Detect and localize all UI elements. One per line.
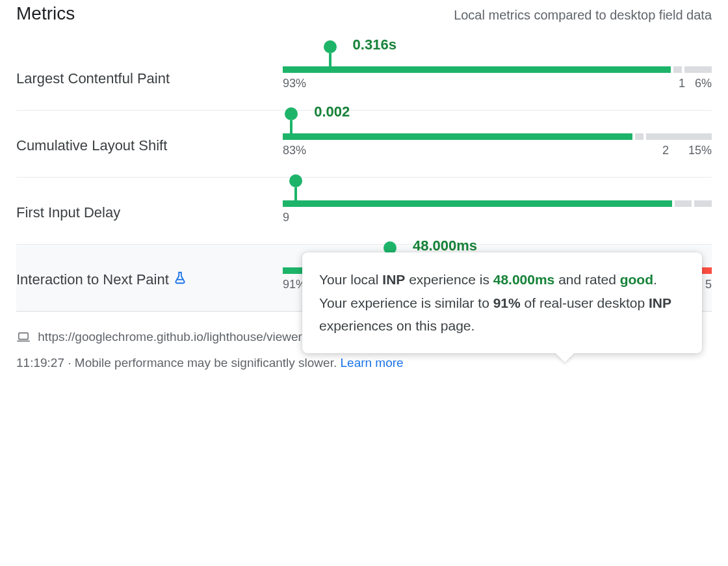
- laptop-icon: [16, 326, 31, 351]
- metric-row-lcp[interactable]: Largest Contentful Paint 0.316s 93% 1 6%: [16, 44, 712, 111]
- marker-dot-icon: [285, 107, 298, 120]
- metric-name-lcp: Largest Contentful Paint: [16, 70, 283, 87]
- marker-dot-icon: [289, 174, 302, 187]
- footer-url: https://googlechrome.github.io/lighthous…: [38, 330, 306, 344]
- seg-label-bad: 15%: [688, 144, 712, 157]
- marker-stem-icon: [294, 187, 297, 200]
- footer-sep: ·: [64, 356, 75, 370]
- bar-seg-mid: [635, 133, 644, 140]
- page-title: Metrics: [16, 3, 75, 24]
- bar-seg-mid: [673, 66, 682, 73]
- marker-stem-icon: [290, 120, 292, 133]
- learn-more-link[interactable]: Learn more: [341, 356, 404, 370]
- bar-seg-good: [283, 133, 632, 140]
- seg-label-good: 93%: [283, 77, 306, 90]
- seg-label-mid: 1: [679, 77, 685, 90]
- footer-warning: Mobile performance may be significantly …: [75, 356, 341, 370]
- flask-icon: [173, 271, 187, 289]
- metric-name-fid: First Input Delay: [16, 204, 283, 221]
- metric-row-fid[interactable]: First Input Delay 9: [16, 178, 712, 245]
- metric-name-inp: Interaction to Next Paint: [16, 271, 283, 289]
- footer-time: 11:19:27: [16, 356, 64, 370]
- metric-row-cls[interactable]: Cumulative Layout Shift 0.002 83% 2 15%: [16, 111, 712, 178]
- bar-seg-bad: [694, 200, 712, 207]
- metric-bar-lcp: 0.316s 93% 1 6%: [283, 66, 712, 90]
- marker-stem-icon: [329, 53, 332, 66]
- page-subtitle: Local metrics compared to desktop field …: [454, 8, 712, 23]
- bar-seg-mid: [675, 200, 692, 207]
- bar-seg-bad: [684, 66, 712, 73]
- seg-label-good: 9: [283, 211, 289, 224]
- svg-rect-0: [19, 333, 28, 340]
- metric-bar-fid: 9: [283, 200, 712, 224]
- bar-seg-good: [283, 200, 672, 207]
- marker-dot-icon: [324, 40, 337, 53]
- bar-seg-good: [283, 66, 671, 73]
- metric-bar-cls: 0.002 83% 2 15%: [283, 133, 712, 157]
- seg-label-bad: 6%: [695, 77, 712, 90]
- bar-seg-bad: [646, 133, 712, 140]
- seg-label-bad: 5: [705, 278, 712, 291]
- inp-tooltip: Your local INP experience is 48.000ms an…: [302, 252, 702, 353]
- metric-value-lcp: 0.316s: [353, 36, 396, 53]
- seg-label-good: 83%: [283, 144, 306, 157]
- seg-label-mid: 2: [662, 144, 669, 157]
- metric-name-cls: Cumulative Layout Shift: [16, 137, 283, 154]
- metric-value-cls: 0.002: [314, 103, 350, 120]
